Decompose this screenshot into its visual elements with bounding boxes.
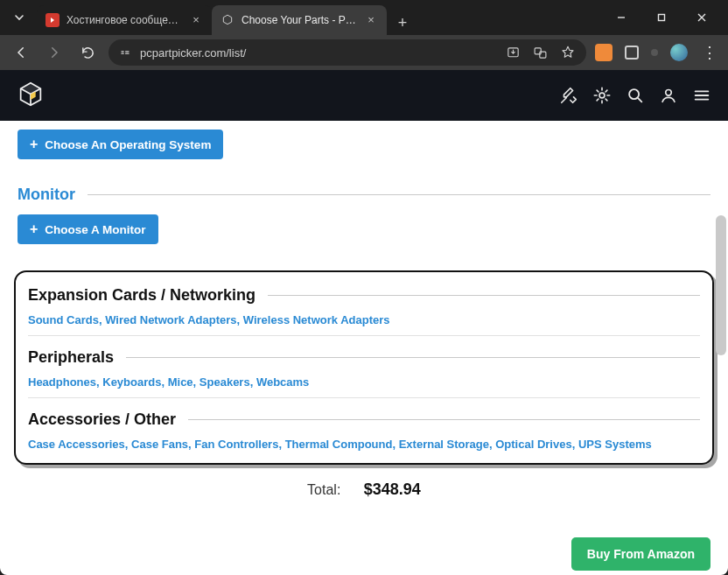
tab-title: Хостинговое сообщество «Tim [66,14,182,26]
browser-menu-button[interactable]: ⋮ [700,43,719,62]
scrollbar-thumb[interactable] [716,215,726,355]
divider [268,295,700,296]
gear-icon[interactable] [592,85,612,106]
search-icon[interactable] [625,85,646,106]
divider [188,419,700,420]
site-header [0,70,728,121]
category-link[interactable]: Fan Controllers [194,438,278,451]
separator: , [125,438,131,451]
page-content: + Choose An Operating System Monitor + C… [0,121,728,575]
category-link[interactable]: Wireless Network Adapters [243,313,390,326]
close-icon[interactable]: × [364,13,378,27]
svg-rect-1 [659,15,665,21]
window-controls [602,5,721,30]
buy-row: Buy From Amazon [18,537,710,571]
separator: , [237,313,243,326]
total-value: $348.94 [364,480,421,498]
extension-icon[interactable] [625,46,639,60]
section-expansion: Expansion Cards / Networking [28,286,700,305]
favicon-icon [220,13,234,27]
url-text: pcpartpicker.com/list/ [140,46,497,60]
separator: , [572,438,578,451]
address-bar[interactable]: pcpartpicker.com/list/ [108,39,586,66]
section-accessories: Accessories / Other [28,410,700,429]
category-link[interactable]: UPS Systems [578,438,652,451]
svg-point-12 [666,89,672,95]
separator: , [193,375,200,389]
category-link[interactable]: Mice [168,375,193,389]
divider [28,335,700,336]
reload-button[interactable] [75,40,100,65]
section-title: Accessories / Other [28,410,176,429]
close-icon[interactable]: × [189,13,203,27]
tab-title: Choose Your Parts - PCPartPick [242,14,357,26]
section-peripherals: Peripherals [28,348,700,367]
separator: , [161,375,167,389]
highlighted-categories: Expansion Cards / Networking Sound Cards… [14,270,714,465]
browser-chrome: Хостинговое сообщество «Tim × Choose You… [0,0,728,70]
site-logo[interactable] [16,81,46,110]
button-label: Choose An Operating System [45,138,211,151]
extensions-area: ⋮ [595,43,719,62]
total-row: Total: $348.94 [18,480,710,499]
address-actions [506,45,576,60]
favicon-icon [46,13,60,27]
divider [88,194,710,195]
choose-monitor-button[interactable]: + Choose A Monitor [18,214,158,244]
profile-avatar[interactable] [670,44,688,61]
browser-toolbar: pcpartpicker.com/list/ ⋮ [0,35,728,70]
category-link[interactable]: Webcams [256,375,309,389]
menu-icon[interactable] [691,85,712,106]
forward-button[interactable] [42,40,66,65]
category-link[interactable]: Wired Network Adapters [105,313,236,326]
total-label: Total: [307,482,340,497]
choose-os-button[interactable]: + Choose An Operating System [18,130,223,159]
accessories-links: Case Accessories, Case Fans, Fan Control… [28,438,700,451]
category-link[interactable]: Headphones [28,375,96,389]
button-label: Choose A Monitor [45,223,145,236]
maximize-button[interactable] [649,5,674,30]
divider [126,357,700,358]
site-settings-icon[interactable] [119,46,131,59]
category-link[interactable]: Case Fans [131,438,188,451]
browser-titlebar: Хостинговое сообщество «Tim × Choose You… [0,0,728,35]
divider [28,397,700,398]
tab-hosting[interactable]: Хостинговое сообщество «Tim × [37,5,212,35]
svg-rect-2 [121,51,124,52]
back-button[interactable] [9,40,33,65]
category-link[interactable]: Keyboards [102,375,161,389]
extension-icon[interactable] [595,44,612,61]
install-icon[interactable] [506,46,521,60]
category-link[interactable]: Optical Drives [495,438,571,451]
plus-icon: + [30,221,38,237]
category-link[interactable]: External Storage [399,438,489,451]
user-icon[interactable] [658,85,679,106]
tools-icon[interactable] [558,85,579,106]
new-tab-button[interactable]: + [390,11,415,35]
category-link[interactable]: Sound Cards [28,313,99,326]
bookmark-star-icon[interactable] [560,45,576,60]
plus-icon: + [30,137,38,152]
svg-rect-3 [121,53,124,54]
svg-line-11 [638,98,641,102]
tab-pcpartpicker[interactable]: Choose Your Parts - PCPartPick × [212,5,387,35]
section-title: Expansion Cards / Networking [28,286,256,305]
minimize-button[interactable] [609,5,634,30]
svg-rect-4 [125,51,130,52]
peripherals-links: Headphones, Keyboards, Mice, Speakers, W… [28,375,700,389]
translate-icon[interactable] [533,46,548,60]
separator: , [392,438,398,451]
separator: , [278,438,284,451]
buy-amazon-button[interactable]: Buy From Amazon [571,537,710,571]
section-monitor: Monitor [18,186,710,204]
category-link[interactable]: Speakers [200,375,250,389]
extension-icon[interactable] [651,49,658,56]
category-link[interactable]: Thermal Compound [285,438,393,451]
expansion-links: Sound Cards, Wired Network Adapters, Wir… [28,313,700,326]
category-link[interactable]: Case Accessories [28,438,125,451]
tab-strip: Хостинговое сообщество «Tim × Choose You… [37,0,602,35]
tab-search-dropdown[interactable] [7,5,32,30]
section-title: Monitor [18,186,75,204]
svg-rect-5 [125,53,130,54]
close-window-button[interactable] [690,5,714,30]
